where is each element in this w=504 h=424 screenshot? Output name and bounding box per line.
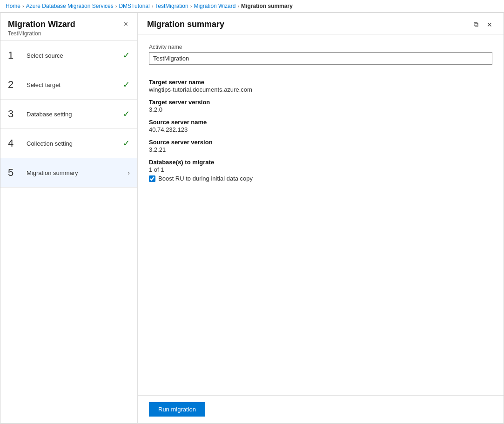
activity-name-field: Activity name — [149, 44, 492, 73]
step-4-label: Collection setting — [27, 140, 119, 147]
sidebar-subtitle: TestMigration — [8, 30, 75, 37]
target-server-version-label: Target server version — [149, 99, 492, 106]
breadcrumb-dmstutorial[interactable]: DMSTutorial — [119, 3, 149, 9]
breadcrumb-current: Migration summary — [241, 3, 293, 9]
source-server-name-label: Source server name — [149, 119, 492, 126]
breadcrumb-sep-1: › — [22, 3, 24, 9]
target-server-name-section: Target server name wingtips-tutorial.doc… — [149, 79, 492, 93]
breadcrumb-adms[interactable]: Azure Database Migration Services — [26, 3, 114, 9]
breadcrumb-sep-4: › — [190, 3, 192, 9]
step-2-check-icon: ✓ — [123, 80, 130, 90]
wizard-steps: 1 Select source ✓ 2 Select target ✓ 3 Da… — [0, 41, 137, 423]
step-2-label: Select target — [27, 81, 119, 88]
source-server-version-section: Source server version 3.2.21 — [149, 139, 492, 153]
wizard-step-2[interactable]: 2 Select target ✓ — [0, 70, 137, 100]
boost-ru-row: Boost RU to during initial data copy — [149, 175, 492, 182]
wizard-step-5[interactable]: 5 Migration summary › — [0, 158, 137, 188]
sidebar: Migration Wizard TestMigration × 1 Selec… — [0, 13, 138, 423]
content-body: Activity name Target server name wingtip… — [138, 34, 504, 395]
step-3-number: 3 — [8, 108, 23, 120]
step-4-check-icon: ✓ — [123, 138, 130, 148]
databases-to-migrate-label: Database(s) to migrate — [149, 159, 492, 166]
source-server-version-value: 3.2.21 — [149, 146, 492, 153]
step-1-number: 1 — [8, 49, 23, 61]
breadcrumb-sep-5: › — [237, 3, 239, 9]
step-3-label: Database setting — [27, 111, 119, 118]
target-server-version-value: 3.2.0 — [149, 106, 492, 113]
content-title: Migration summary — [147, 20, 224, 29]
breadcrumb-testmigration[interactable]: TestMigration — [155, 3, 188, 9]
sidebar-header: Migration Wizard TestMigration × — [0, 13, 137, 41]
step-5-number: 5 — [8, 167, 23, 179]
databases-to-migrate-value: 1 of 1 — [149, 166, 492, 173]
activity-name-label: Activity name — [149, 44, 492, 50]
activity-name-input[interactable] — [149, 52, 492, 65]
source-server-name-value: 40.74.232.123 — [149, 126, 492, 133]
source-server-version-label: Source server version — [149, 139, 492, 146]
step-1-label: Select source — [27, 52, 119, 59]
window-controls: ⧉ ✕ — [472, 20, 494, 29]
content-footer: Run migration — [138, 395, 504, 423]
wizard-step-3[interactable]: 3 Database setting ✓ — [0, 100, 137, 129]
boost-ru-checkbox[interactable] — [149, 175, 155, 182]
target-server-name-label: Target server name — [149, 79, 492, 86]
run-migration-button[interactable]: Run migration — [149, 402, 205, 417]
content-header: Migration summary ⧉ ✕ — [138, 13, 504, 34]
step-5-label: Migration summary — [27, 169, 124, 176]
wizard-step-4[interactable]: 4 Collection setting ✓ — [0, 129, 137, 158]
source-server-name-section: Source server name 40.74.232.123 — [149, 119, 492, 133]
breadcrumb: Home › Azure Database Migration Services… — [0, 0, 504, 13]
step-3-check-icon: ✓ — [123, 109, 130, 119]
target-server-name-value: wingtips-tutorial.documents.azure.com — [149, 86, 492, 93]
sidebar-title-group: Migration Wizard TestMigration — [8, 20, 75, 37]
breadcrumb-home[interactable]: Home — [6, 3, 20, 9]
step-1-check-icon: ✓ — [123, 50, 130, 61]
sidebar-title: Migration Wizard — [8, 20, 75, 29]
step-5-chevron-icon: › — [128, 169, 130, 176]
close-button[interactable]: ✕ — [485, 20, 494, 29]
step-4-number: 4 — [8, 137, 23, 149]
content-panel: Migration summary ⧉ ✕ Activity name Targ… — [138, 13, 504, 423]
target-server-version-section: Target server version 3.2.0 — [149, 99, 492, 113]
sidebar-close-button[interactable]: × — [122, 20, 130, 29]
boost-ru-label: Boost RU to during initial data copy — [158, 175, 253, 182]
databases-to-migrate-section: Database(s) to migrate 1 of 1 Boost RU t… — [149, 159, 492, 182]
main-container: Migration Wizard TestMigration × 1 Selec… — [0, 13, 504, 424]
breadcrumb-sep-3: › — [152, 3, 154, 9]
wizard-step-1[interactable]: 1 Select source ✓ — [0, 41, 137, 70]
step-2-number: 2 — [8, 79, 23, 91]
breadcrumb-migration-wizard[interactable]: Migration Wizard — [194, 3, 235, 9]
restore-button[interactable]: ⧉ — [472, 20, 480, 29]
breadcrumb-sep-2: › — [115, 3, 117, 9]
